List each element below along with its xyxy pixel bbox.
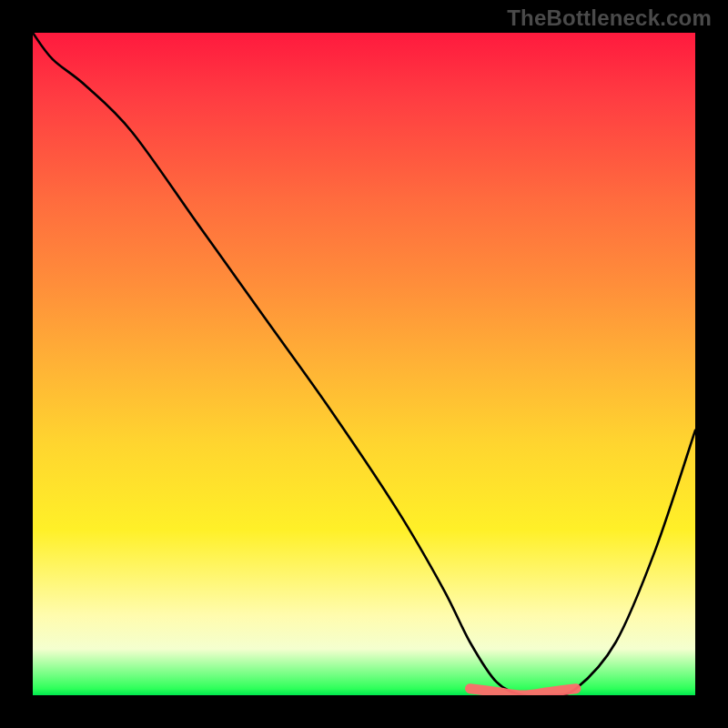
curve-layer <box>33 33 695 695</box>
optimal-zone-highlight <box>470 689 575 695</box>
chart-frame: TheBottleneck.com <box>0 0 728 728</box>
optimal-zone-path <box>470 689 575 695</box>
bottleneck-curve <box>33 33 695 695</box>
plot-area <box>33 33 695 695</box>
bottleneck-curve-path <box>33 33 695 695</box>
watermark-text: TheBottleneck.com <box>507 5 712 31</box>
